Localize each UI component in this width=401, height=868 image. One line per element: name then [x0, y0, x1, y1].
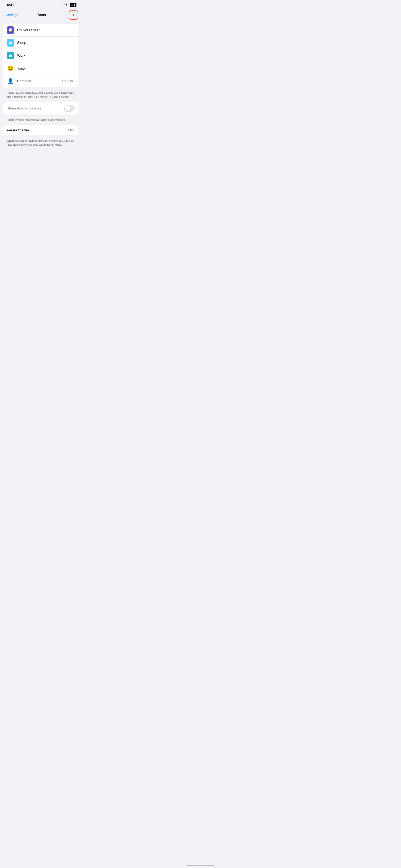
chevron-right-icon: › — [74, 66, 75, 70]
work-icon — [7, 52, 14, 59]
status-time: 16:41 — [5, 3, 14, 7]
plus-icon: + — [72, 12, 75, 18]
svg-text:🌙: 🌙 — [8, 28, 12, 32]
focus-list-group: 🌙 Do Not Disturb › 🛏 Sleep › — [3, 24, 78, 87]
focus-status-label: Focus Status — [7, 128, 29, 132]
battery-level: 81 — [71, 4, 73, 6]
battery-icon: ▌ — [74, 4, 75, 6]
personal-icon: 👤 — [7, 77, 14, 85]
personal-setup-label: Set Up — [62, 79, 73, 83]
back-label: Settings — [6, 13, 19, 17]
focus-status-row[interactable]: Focus Status Off › — [3, 125, 78, 135]
navigation-bar: ‹ Settings Focus + — [0, 9, 82, 22]
focus-status-value-area: Off › — [68, 128, 75, 132]
focus-status-value: Off — [68, 128, 73, 132]
jalsa-label: جلسه — [17, 66, 74, 71]
focus-status-group: Focus Status Off › — [3, 125, 78, 135]
chevron-right-icon: › — [74, 54, 75, 57]
focus-item-sleep[interactable]: 🛏 Sleep › — [3, 36, 78, 49]
chevron-right-icon: › — [74, 28, 75, 32]
status-bar: 16:41 ✈ 81 ▌ — [0, 0, 82, 9]
status-icons: ✈ 81 ▌ — [61, 3, 76, 7]
chevron-right-icon: › — [74, 79, 75, 83]
work-chevron-area: › — [74, 54, 75, 57]
do-not-disturb-icon: 🌙 — [7, 26, 14, 34]
focus-item-do-not-disturb[interactable]: 🌙 Do Not Disturb › — [3, 24, 78, 36]
personal-label: Personal — [17, 79, 62, 83]
main-content: 🌙 Do Not Disturb › 🛏 Sleep › — [0, 22, 82, 152]
toggle-knob — [65, 105, 70, 111]
do-not-disturb-label: Do Not Disturb — [17, 28, 74, 32]
focus-item-jalsa[interactable]: 😊 جلسه › — [3, 62, 78, 75]
focus-item-personal[interactable]: 👤 Personal Set Up › — [3, 75, 78, 87]
wifi-icon — [65, 3, 68, 7]
personal-setup-area: Set Up › — [62, 79, 75, 83]
focus-status-description: When you give an app permission, it can … — [3, 137, 78, 150]
chevron-right-icon: › — [74, 41, 75, 45]
add-focus-button[interactable]: + — [69, 10, 78, 20]
sleep-label: Sleep — [17, 41, 74, 45]
jalsa-chevron-area: › — [74, 66, 75, 70]
share-devices-row[interactable]: Share Across Devices — [3, 102, 78, 115]
share-devices-group: Share Across Devices — [3, 102, 78, 115]
work-label: Work — [17, 54, 74, 58]
airplane-icon: ✈ — [61, 3, 63, 7]
do-not-disturb-chevron-area: › — [74, 28, 75, 32]
jalsa-icon: 😊 — [7, 65, 14, 72]
back-button[interactable]: ‹ Settings — [3, 13, 19, 17]
battery-indicator: 81 ▌ — [70, 3, 76, 7]
svg-rect-2 — [10, 56, 11, 56]
page-title: Focus — [35, 13, 46, 17]
sleep-icon: 🛏 — [7, 39, 14, 46]
share-devices-toggle[interactable] — [64, 105, 75, 112]
focus-description: Focus lets you customize your devices an… — [3, 89, 78, 102]
sleep-chevron-area: › — [74, 41, 75, 45]
focus-item-work[interactable]: Work › — [3, 49, 78, 62]
back-chevron-icon: ‹ — [3, 13, 5, 17]
chevron-right-icon: › — [74, 128, 75, 132]
share-description: Focus syncing requires two-factor authen… — [3, 116, 78, 125]
share-devices-label: Share Across Devices — [7, 106, 41, 111]
